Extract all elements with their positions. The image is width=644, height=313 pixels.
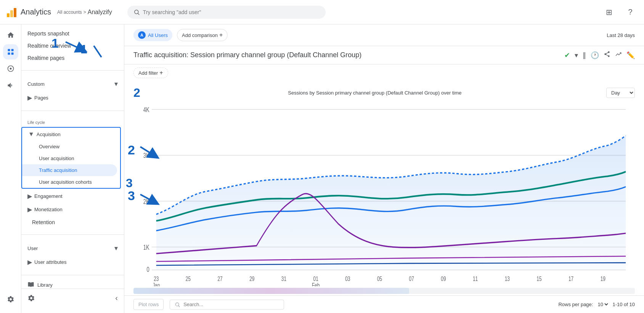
clock-icon[interactable]: 🕐	[591, 51, 599, 59]
custom-section-header[interactable]: Custom ▾	[21, 77, 124, 91]
all-users-chip[interactable]: A All Users	[133, 29, 172, 41]
collapse-sidebar-icon[interactable]: ‹	[115, 294, 118, 302]
compare-icon[interactable]: ‖	[583, 51, 586, 59]
svg-text:07: 07	[409, 275, 414, 283]
user-section-header[interactable]: User ▾	[21, 241, 124, 255]
sidebar-item-library[interactable]: Library	[21, 278, 124, 289]
user-acquisition-label: User acquisition	[39, 156, 74, 161]
nav-advertising[interactable]	[3, 78, 18, 93]
sidebar-item-reports-snapshot[interactable]: Reports snapshot	[21, 27, 121, 40]
svg-rect-7	[8, 53, 10, 55]
report-title-icons: ✔ ▾ ‖ 🕐 ✏️	[564, 51, 635, 59]
chart-header: 2 Sessions by Session primary channel gr…	[133, 81, 635, 103]
content-header: A All Users Add comparison + Last 28 day…	[124, 24, 644, 46]
sidebar-user-section: User ▾ ▶ User attributes	[21, 238, 124, 272]
user-attributes-label: User attributes	[34, 259, 67, 265]
breadcrumb: All accounts > Analyzify	[57, 9, 112, 16]
svg-text:13: 13	[505, 275, 510, 283]
add-filter-icon: +	[159, 69, 163, 76]
add-comparison-label: Add comparison	[182, 32, 218, 38]
overview-label: Overview	[39, 144, 59, 149]
search-input[interactable]	[143, 9, 320, 15]
library-icon	[27, 281, 34, 288]
svg-text:05: 05	[377, 275, 382, 283]
svg-rect-6	[11, 49, 13, 51]
app-logo: Analytics	[6, 6, 51, 18]
search-icon	[133, 9, 140, 16]
library-label: Library	[37, 282, 53, 288]
plot-rows-button[interactable]: Plot rows	[133, 299, 164, 310]
svg-text:15: 15	[536, 275, 541, 283]
sidebar-footer: ‹	[21, 289, 124, 307]
svg-text:11: 11	[473, 275, 478, 283]
nav-explore[interactable]	[3, 61, 18, 76]
engagement-label: Engagement	[34, 193, 63, 199]
acquisition-section: ▼ Acquisition Overview User acquisition …	[21, 127, 121, 189]
check-icon: ✔	[564, 51, 570, 59]
svg-text:19: 19	[601, 275, 605, 283]
nav-home[interactable]	[3, 27, 18, 43]
add-comparison-button[interactable]: Add comparison +	[177, 29, 228, 41]
report-title-bar: Traffic acquisition: Session primary cha…	[124, 46, 644, 64]
table-search-icon	[175, 302, 180, 308]
rows-per-page-select[interactable]: 10 25 50	[596, 301, 609, 308]
dropdown-arrow-icon[interactable]: ▾	[575, 51, 578, 59]
sidebar-item-traffic-acquisition[interactable]: Traffic acquisition	[22, 164, 117, 176]
add-filter-button[interactable]: Add filter +	[133, 67, 168, 78]
sidebar-item-realtime-overview[interactable]: Realtime overview 1	[21, 40, 121, 52]
divider-4	[21, 275, 124, 275]
sidebar-item-monetization[interactable]: ▶ Monetization	[21, 203, 124, 216]
search-box	[127, 6, 326, 19]
share-icon[interactable]	[604, 51, 610, 59]
svg-rect-2	[14, 8, 16, 17]
topbar: Analytics All accounts > Analyzify ⊞ ?	[0, 0, 644, 24]
grid-button[interactable]: ⊞	[601, 5, 617, 20]
report-title: Traffic acquisition: Session primary cha…	[133, 51, 561, 59]
svg-point-10	[10, 68, 11, 70]
step3-annotation: 3	[126, 176, 133, 190]
acquisition-header[interactable]: ▼ Acquisition	[22, 128, 120, 141]
svg-text:09: 09	[441, 275, 446, 283]
svg-line-42	[179, 305, 180, 307]
filter-bar: Add filter +	[124, 64, 644, 81]
chart-subtitle: Sessions by Session primary channel grou…	[288, 90, 461, 96]
svg-rect-1	[10, 10, 13, 17]
settings-icon[interactable]	[27, 294, 35, 302]
nav-reports[interactable]	[3, 44, 18, 59]
main-layout: Reports snapshot Realtime overview 1 Rea…	[0, 24, 644, 313]
edit-icon[interactable]: ✏️	[626, 51, 635, 59]
sidebar-custom-section: Custom ▾ ▶ Pages	[21, 74, 124, 108]
svg-rect-8	[11, 53, 13, 55]
sidebar-item-retention[interactable]: Retention	[21, 216, 121, 228]
chart-range-bar[interactable]	[133, 288, 635, 294]
sidebar-item-user-acquisition[interactable]: User acquisition	[22, 152, 117, 164]
all-users-label: All Users	[148, 32, 168, 38]
last-days-label: Last 28 days	[607, 32, 635, 38]
reports-snapshot-label: Reports snapshot	[27, 30, 69, 37]
search-container	[127, 6, 326, 19]
user-acquisition-cohorts-label: User acquisition cohorts	[39, 179, 92, 185]
svg-text:27: 27	[217, 275, 222, 283]
day-select[interactable]: Day Week Month	[606, 88, 635, 98]
custom-chevron-icon: ▾	[114, 80, 118, 88]
sidebar-item-engagement[interactable]: ▶ Engagement	[21, 189, 124, 203]
trending-icon[interactable]	[615, 51, 622, 59]
chart-section: 2 Sessions by Session primary channel gr…	[124, 81, 644, 295]
pages-label: Pages	[34, 95, 48, 101]
user-section-label: User	[27, 246, 38, 251]
help-button[interactable]: ?	[623, 5, 638, 20]
sidebar-item-overview[interactable]: Overview	[22, 141, 117, 152]
step2-annotation: 2	[133, 86, 140, 100]
chart-svg: 4K 3K 2K 1K 0	[133, 103, 635, 286]
sidebar-item-user-attributes[interactable]: ▶ User attributes	[21, 255, 124, 269]
sidebar-item-realtime-pages[interactable]: Realtime pages	[21, 52, 121, 64]
nav-settings[interactable]	[3, 292, 18, 307]
sidebar-item-user-acquisition-cohorts[interactable]: User acquisition cohorts	[22, 176, 117, 188]
svg-text:25: 25	[186, 275, 191, 283]
pages-arrow-icon: ▶	[27, 94, 32, 101]
svg-text:01: 01	[313, 275, 318, 283]
divider-3	[21, 234, 124, 235]
sidebar-item-pages[interactable]: ▶ Pages	[21, 91, 124, 104]
table-search-input[interactable]	[183, 302, 279, 307]
retention-label: Retention	[32, 219, 55, 225]
